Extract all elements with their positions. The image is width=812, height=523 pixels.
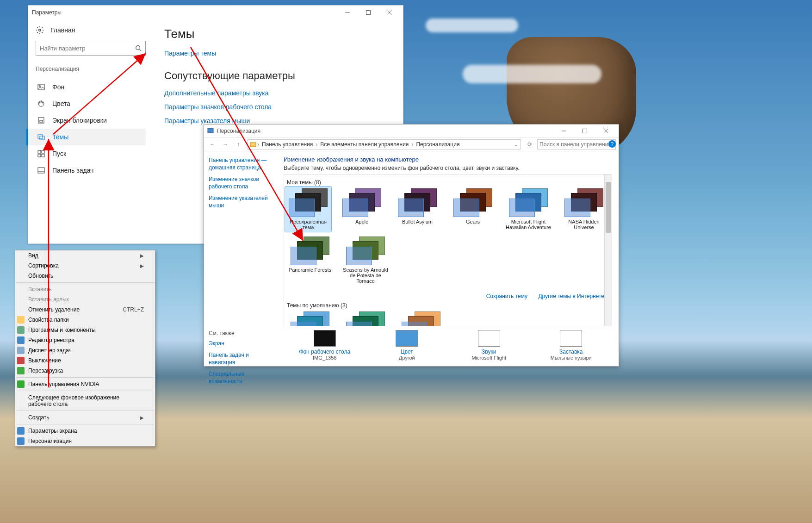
submenu-arrow-icon: ▶ xyxy=(140,415,144,420)
setting-thumbnail xyxy=(560,330,582,347)
context-menu-item[interactable]: Диспетчер задач xyxy=(15,345,155,355)
desktop-icons-link[interactable]: Изменение значков рабочего стола xyxy=(209,176,273,190)
theme-item[interactable]: Bullet Asylum xyxy=(394,188,440,230)
picture-icon xyxy=(37,83,45,91)
context-menu-item[interactable]: Редактор реестра xyxy=(15,335,155,345)
context-menu-item[interactable]: Панель управления NVIDIA xyxy=(15,379,155,389)
settings-titlebar[interactable]: Параметры xyxy=(28,6,403,19)
sidebar-item-taskbar[interactable]: Панель задач xyxy=(36,162,146,179)
setting-value: IMG_1356 xyxy=(292,355,357,361)
dropdown-icon[interactable]: ⌄ xyxy=(514,141,518,148)
personalization-left-nav: Панель управления — домашняя страница Из… xyxy=(204,151,277,366)
chevron-right-icon: › xyxy=(410,141,414,148)
setting-thumbnail xyxy=(478,330,500,347)
mouse-pointers-link[interactable]: Изменение указателей мыши xyxy=(209,195,273,209)
bottom-setting-item[interactable]: ЗаставкаМыльные пузыри xyxy=(539,330,603,361)
sidebar-item-label: Экран блокировки xyxy=(52,117,107,124)
related-link-desktop-icons[interactable]: Параметры значков рабочего стола xyxy=(164,103,392,111)
home-nav[interactable]: Главная xyxy=(36,26,146,34)
close-button[interactable] xyxy=(378,6,399,19)
control-panel-home-link[interactable]: Панель управления — домашняя страница xyxy=(209,157,273,171)
folder-icon xyxy=(17,316,25,324)
more-themes-link[interactable]: Другие темы в Интернете xyxy=(538,293,604,299)
address-bar[interactable]: › Панель управления › Все элементы панел… xyxy=(248,139,521,149)
search-box[interactable] xyxy=(36,41,146,56)
theme-item[interactable] xyxy=(342,311,389,326)
refresh-button[interactable]: ⟳ xyxy=(524,139,535,150)
svg-rect-20 xyxy=(42,154,44,157)
theme-item[interactable] xyxy=(398,311,444,326)
sidebar-item-colors[interactable]: Цвета xyxy=(36,95,146,112)
breadcrumb-item[interactable]: Все элементы панели управления xyxy=(318,141,410,148)
theme-item[interactable]: NASA Hidden Universe xyxy=(561,188,607,230)
context-menu-item[interactable]: Программы и компоненты xyxy=(15,325,155,335)
theme-item[interactable]: Apple xyxy=(339,188,385,230)
search-control-panel[interactable] xyxy=(537,139,616,149)
svg-rect-23 xyxy=(208,128,213,133)
bottom-setting-item[interactable]: Фон рабочего столаIMG_1356 xyxy=(292,330,357,361)
svg-rect-19 xyxy=(38,154,41,157)
maximize-button[interactable] xyxy=(358,6,378,19)
theme-settings-link[interactable]: Параметры темы xyxy=(164,50,392,57)
breadcrumb-item[interactable]: Персонализация xyxy=(414,141,461,148)
theme-item[interactable]: Несохраненная тема xyxy=(285,187,331,232)
theme-thumbnail xyxy=(402,311,440,326)
theme-name: Gears xyxy=(450,219,496,224)
maximize-button[interactable] xyxy=(574,124,595,137)
context-menu-item[interactable]: Создать▶ xyxy=(15,412,155,423)
related-link-mouse[interactable]: Параметры указателя мыши xyxy=(164,117,392,125)
see-also-taskbar[interactable]: Панель задач и навигация xyxy=(209,352,273,366)
theme-item[interactable]: Gears xyxy=(450,188,496,230)
related-link-sound[interactable]: Дополнительные параметры звука xyxy=(164,89,392,97)
context-menu-item[interactable]: Свойства папки xyxy=(15,315,155,325)
theme-thumbnail xyxy=(398,188,437,217)
context-menu-item[interactable]: Обновить xyxy=(15,271,155,281)
setting-link[interactable]: Звуки xyxy=(457,349,521,355)
context-menu-item[interactable]: Отменить удалениеCTRL+Z xyxy=(15,305,155,315)
svg-point-10 xyxy=(39,102,40,103)
context-menu-item[interactable]: Сортировка▶ xyxy=(15,261,155,271)
theme-item[interactable]: Seasons by Arnould de Potesta de Tornaco xyxy=(342,237,389,284)
context-menu-item[interactable]: Следующее фоновое изображение рабочего с… xyxy=(15,392,155,409)
help-icon[interactable]: ? xyxy=(608,140,616,148)
save-theme-link[interactable]: Сохранить тему xyxy=(486,293,527,299)
search-input[interactable] xyxy=(36,45,131,52)
close-button[interactable] xyxy=(595,124,616,137)
scrollbar[interactable] xyxy=(604,174,612,326)
theme-item[interactable]: Microsoft Flight Hawaiian Adventure xyxy=(505,188,552,230)
theme-scroll-area: Мои темы (8) Несохраненная темаAppleBull… xyxy=(284,174,612,326)
menu-item-label: Параметры экрана xyxy=(28,428,77,434)
see-also-accessibility[interactable]: Специальные возможности xyxy=(209,371,273,385)
context-menu-item[interactable]: Персонализация xyxy=(15,436,155,446)
minimize-button[interactable] xyxy=(337,6,358,19)
forward-button[interactable]: → xyxy=(220,139,231,150)
context-menu-item[interactable]: Выключение xyxy=(15,355,155,366)
sidebar-item-start[interactable]: Пуск xyxy=(36,145,146,162)
context-menu-item[interactable]: Вид▶ xyxy=(15,250,155,261)
back-button[interactable]: ← xyxy=(207,139,218,150)
sidebar-item-lockscreen[interactable]: Экран блокировки xyxy=(36,112,146,129)
menu-item-label: Создать xyxy=(28,414,50,421)
minimize-button[interactable] xyxy=(553,124,574,137)
sidebar-item-themes[interactable]: Темы xyxy=(26,129,146,145)
themes-icon xyxy=(37,133,45,141)
setting-link[interactable]: Цвет xyxy=(374,349,439,355)
bottom-setting-item[interactable]: ЗвукиMicrosoft Flight xyxy=(457,330,521,361)
setting-link[interactable]: Фон рабочего стола xyxy=(292,349,357,355)
sidebar-item-background[interactable]: Фон xyxy=(36,79,146,95)
context-menu-item[interactable]: Параметры экрана xyxy=(15,426,155,436)
search-input[interactable] xyxy=(539,141,609,148)
svg-rect-25 xyxy=(583,129,587,133)
setting-link[interactable]: Заставка xyxy=(539,349,603,355)
scrollbar-thumb[interactable] xyxy=(606,182,611,233)
theme-item[interactable]: Panoramic Forests xyxy=(287,237,333,284)
svg-rect-14 xyxy=(40,120,43,122)
personalization-titlebar[interactable]: Персонализация xyxy=(204,125,619,137)
theme-thumbnail xyxy=(291,311,329,326)
context-menu-item[interactable]: Перезагрузка xyxy=(15,366,155,376)
see-also-display[interactable]: Экран xyxy=(209,340,273,348)
breadcrumb-item[interactable]: Панель управления xyxy=(260,141,315,148)
theme-item[interactable] xyxy=(287,311,333,326)
bottom-setting-item[interactable]: ЦветДругой xyxy=(374,330,439,361)
up-button[interactable]: ↑ xyxy=(233,139,244,150)
